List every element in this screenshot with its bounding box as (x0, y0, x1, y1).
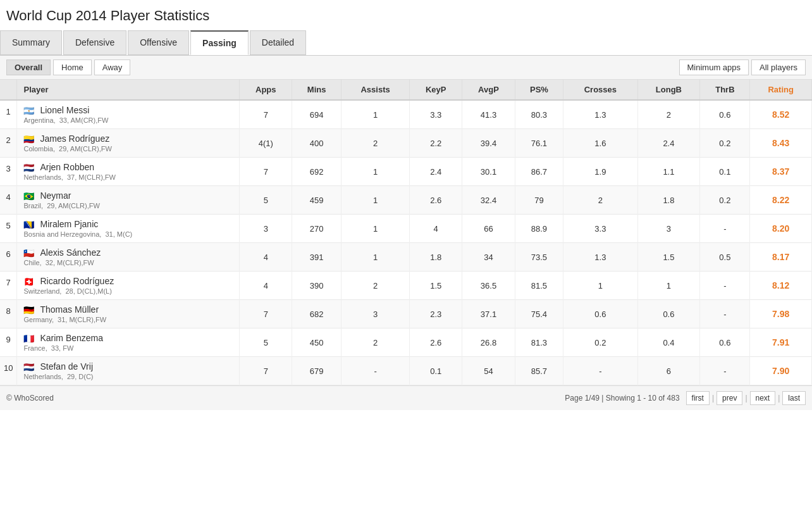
keyp-cell: 1.5 (410, 272, 462, 300)
rating-cell: 7.90 (750, 357, 812, 385)
min-apps-button[interactable]: Minimum apps (679, 59, 749, 75)
table-footer: © WhoScored Page 1/49 | Showing 1 - 10 o… (0, 385, 812, 410)
player-name[interactable]: Stefan de Vrij (40, 361, 93, 372)
player-name[interactable]: Lionel Messi (40, 105, 89, 115)
mins-cell: 270 (292, 215, 341, 243)
player-flag: 🇦🇷 (23, 106, 36, 115)
mins-cell: 692 (292, 158, 341, 186)
apps-cell: 7 (240, 300, 292, 328)
tab-defensive[interactable]: Defensive (63, 30, 126, 55)
avgp-cell: 66 (462, 215, 515, 243)
assists-cell: - (341, 357, 410, 385)
next-page-button[interactable]: next (750, 391, 776, 405)
table-row: 3 🇳🇱 Arjen Robben Netherlands, 37, M(CLR… (0, 158, 812, 186)
player-name[interactable]: Neymar (40, 191, 71, 201)
sub-nav: Overall Home Away Minimum apps All playe… (0, 56, 812, 80)
crosses-cell: 1.9 (563, 158, 637, 186)
player-name-row: 🇫🇷 Karim Benzema (23, 333, 233, 343)
page-title: World Cup 2014 Player Statistics (0, 0, 812, 30)
player-name-row: 🇳🇱 Stefan de Vrij (23, 361, 233, 372)
apps-cell: 5 (240, 328, 292, 357)
mins-cell: 679 (292, 357, 341, 385)
avgp-cell: 30.1 (462, 158, 515, 186)
page-info: Page 1/49 | Showing 1 - 10 of 483 (565, 394, 679, 403)
player-flag: 🇧🇷 (23, 191, 36, 200)
thrb-cell: 0.2 (700, 186, 750, 215)
tab-detailed[interactable]: Detailed (250, 30, 306, 55)
player-name[interactable]: Alexis Sánchez (40, 247, 101, 258)
mins-cell: 400 (292, 129, 341, 158)
filter-away[interactable]: Away (94, 59, 131, 75)
player-info: Germany, 31, M(CLR),FW (23, 316, 233, 323)
player-info: Colombia, 29, AM(CLR),FW (23, 145, 233, 153)
header-player[interactable]: Player (17, 80, 240, 100)
ps-pct-cell: 85.7 (515, 357, 563, 385)
rating-cell: 8.17 (750, 243, 812, 272)
first-page-button[interactable]: first (686, 391, 710, 405)
player-flag: 🇳🇱 (23, 163, 36, 172)
rating-cell: 8.43 (750, 129, 812, 158)
player-info: Switzerland, 28, D(CL),M(L) (23, 287, 233, 295)
last-page-button[interactable]: last (782, 391, 806, 405)
player-name[interactable]: James Rodríguez (40, 134, 109, 144)
stats-table-container: Player Apps Mins Assists KeyP AvgP PS% C… (0, 80, 812, 385)
player-name[interactable]: Ricardo Rodríguez (40, 276, 114, 286)
header-longb[interactable]: LongB (637, 80, 700, 100)
player-name[interactable]: Miralem Pjanic (40, 219, 98, 229)
keyp-cell: 2.3 (410, 300, 462, 328)
player-flag: 🇨🇱 (23, 248, 36, 257)
header-rank (0, 80, 17, 100)
apps-cell: 4 (240, 272, 292, 300)
tab-offensive[interactable]: Offensive (128, 30, 189, 55)
table-row: 10 🇳🇱 Stefan de Vrij Netherlands, 29, D(… (0, 357, 812, 385)
rank-cell: 7 (0, 272, 17, 300)
filter-overall[interactable]: Overall (6, 59, 51, 75)
mins-cell: 694 (292, 100, 341, 129)
apps-cell: 4(1) (240, 129, 292, 158)
longb-cell: 6 (637, 357, 700, 385)
tab-summary[interactable]: Summary (0, 30, 62, 55)
header-thrb[interactable]: ThrB (700, 80, 750, 100)
rating-cell: 8.52 (750, 100, 812, 129)
stats-table: Player Apps Mins Assists KeyP AvgP PS% C… (0, 80, 812, 385)
all-players-button[interactable]: All players (751, 59, 806, 75)
sub-nav-right: Minimum apps All players (679, 59, 806, 75)
header-keyp[interactable]: KeyP (410, 80, 462, 100)
player-cell: 🇨🇭 Ricardo Rodríguez Switzerland, 28, D(… (17, 272, 240, 300)
header-ps-pct[interactable]: PS% (515, 80, 563, 100)
header-assists[interactable]: Assists (341, 80, 410, 100)
apps-cell: 4 (240, 243, 292, 272)
rating-cell: 7.91 (750, 328, 812, 357)
player-info: Chile, 32, M(CLR),FW (23, 259, 233, 266)
longb-cell: 1.8 (637, 186, 700, 215)
mins-cell: 450 (292, 328, 341, 357)
player-cell: 🇩🇪 Thomas Müller Germany, 31, M(CLR),FW (17, 300, 240, 328)
header-apps[interactable]: Apps (240, 80, 292, 100)
table-row: 1 🇦🇷 Lionel Messi Argentina, 33, AM(CR),… (0, 100, 812, 129)
player-name-row: 🇨🇱 Alexis Sánchez (23, 247, 233, 258)
player-cell: 🇳🇱 Arjen Robben Netherlands, 37, M(CLR),… (17, 158, 240, 186)
player-info: Bosnia and Herzegovina, 31, M(C) (23, 230, 233, 238)
header-avgp[interactable]: AvgP (462, 80, 515, 100)
filter-home[interactable]: Home (53, 59, 92, 75)
crosses-cell: 1 (563, 272, 637, 300)
assists-cell: 1 (341, 243, 410, 272)
pagination: first | prev | next | last (686, 391, 806, 405)
header-crosses[interactable]: Crosses (563, 80, 637, 100)
header-rating[interactable]: Rating (750, 80, 812, 100)
prev-page-button[interactable]: prev (717, 391, 742, 405)
tab-passing[interactable]: Passing (190, 30, 249, 55)
crosses-cell: 1.6 (563, 129, 637, 158)
player-name[interactable]: Karim Benzema (40, 333, 103, 343)
player-name[interactable]: Thomas Müller (40, 304, 99, 315)
keyp-cell: 2.2 (410, 129, 462, 158)
thrb-cell: 0.5 (700, 243, 750, 272)
player-cell: 🇨🇱 Alexis Sánchez Chile, 32, M(CLR),FW (17, 243, 240, 272)
longb-cell: 0.6 (637, 300, 700, 328)
assists-cell: 1 (341, 215, 410, 243)
thrb-cell: 0.1 (700, 158, 750, 186)
header-mins[interactable]: Mins (292, 80, 341, 100)
player-name[interactable]: Arjen Robben (40, 162, 94, 172)
copyright: © WhoScored (6, 394, 54, 403)
rank-cell: 6 (0, 243, 17, 272)
